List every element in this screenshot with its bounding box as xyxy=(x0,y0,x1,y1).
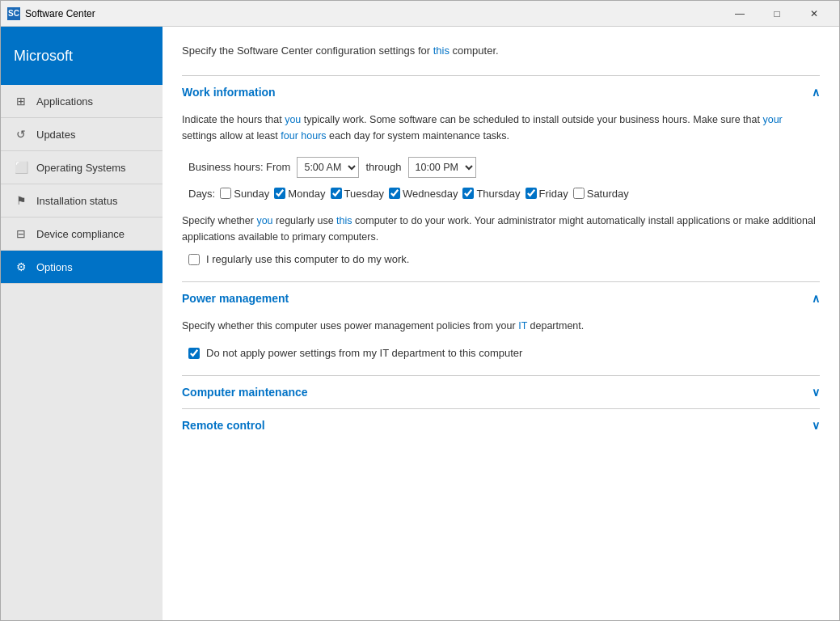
window-title: Software Center xyxy=(25,8,721,19)
day-monday-label: Monday xyxy=(288,188,325,200)
os-icon: ⬜ xyxy=(14,161,28,174)
day-saturday-label: Saturday xyxy=(587,188,629,200)
computer-maintenance-title: Computer maintenance xyxy=(182,386,308,399)
sidebar-item-updates[interactable]: ↺ Updates xyxy=(1,118,163,151)
regular-use-row: I regularly use this computer to do my w… xyxy=(182,253,820,265)
day-sunday-label: Sunday xyxy=(234,188,269,200)
options-icon: ⚙ xyxy=(14,260,28,273)
work-information-header[interactable]: Work information ∧ xyxy=(182,76,820,108)
day-wednesday[interactable]: Wednesday xyxy=(389,188,458,200)
sidebar-item-installation-status[interactable]: ⚑ Installation status xyxy=(1,184,163,218)
updates-icon: ↺ xyxy=(14,128,28,141)
sidebar-item-os-label: Operating Systems xyxy=(36,162,126,174)
day-wednesday-checkbox[interactable] xyxy=(389,188,400,199)
day-friday-checkbox[interactable] xyxy=(526,188,537,199)
day-monday-checkbox[interactable] xyxy=(274,188,285,199)
day-monday[interactable]: Monday xyxy=(274,188,325,200)
work-info-description: Indicate the hours that you typically wo… xyxy=(182,112,820,144)
sidebar-item-operating-systems[interactable]: ⬜ Operating Systems xyxy=(1,151,163,184)
through-label: through xyxy=(365,161,401,173)
day-sunday[interactable]: Sunday xyxy=(220,188,269,200)
regular-use-description: Specify whether you regularly use this c… xyxy=(182,213,820,245)
highlight-this: this xyxy=(433,44,450,57)
minimize-button[interactable]: — xyxy=(721,1,758,27)
no-power-row: Do not apply power settings from my IT d… xyxy=(182,347,820,359)
window-controls: — □ ✕ xyxy=(721,1,833,27)
section-remote-control: Remote control ∨ xyxy=(182,408,820,441)
sidebar-item-applications-label: Applications xyxy=(36,95,93,108)
day-sunday-checkbox[interactable] xyxy=(220,188,231,199)
section-computer-maintenance: Computer maintenance ∨ xyxy=(182,375,820,408)
day-tuesday[interactable]: Tuesday xyxy=(331,188,384,200)
day-thursday-checkbox[interactable] xyxy=(462,188,474,199)
day-saturday-checkbox[interactable] xyxy=(573,188,585,199)
software-center-window: SC Software Center — □ ✕ Microsoft ⊞ App… xyxy=(0,0,840,621)
business-hours-row: Business hours: From 5:00 AM 6:00 AM 7:0… xyxy=(182,157,820,178)
main-layout: Microsoft ⊞ Applications ↺ Updates ⬜ Ope… xyxy=(1,27,839,620)
work-information-chevron: ∧ xyxy=(812,86,820,99)
regular-use-label: I regularly use this computer to do my w… xyxy=(206,253,409,265)
install-icon: ⚑ xyxy=(14,194,28,207)
day-tuesday-checkbox[interactable] xyxy=(331,188,342,199)
computer-maintenance-chevron: ∨ xyxy=(812,386,820,399)
sidebar-item-options-label: Options xyxy=(36,261,73,273)
power-management-chevron: ∧ xyxy=(812,292,820,305)
sidebar-item-options[interactable]: ⚙ Options xyxy=(1,251,163,284)
remote-control-header[interactable]: Remote control ∨ xyxy=(182,409,820,441)
day-friday-label: Friday xyxy=(539,188,568,200)
sidebar-item-compliance-label: Device compliance xyxy=(36,228,125,240)
close-button[interactable]: ✕ xyxy=(796,1,833,27)
sidebar-item-updates-label: Updates xyxy=(36,129,75,141)
power-management-title: Power management xyxy=(182,292,289,305)
from-time-select[interactable]: 5:00 AM 6:00 AM 7:00 AM 8:00 AM xyxy=(297,157,359,178)
work-information-title: Work information xyxy=(182,86,276,99)
section-work-information: Work information ∧ Indicate the hours th… xyxy=(182,75,820,281)
content-area: Specify the Software Center configuratio… xyxy=(163,27,839,620)
sidebar-item-applications[interactable]: ⊞ Applications xyxy=(1,85,163,118)
power-management-description: Specify whether this computer uses power… xyxy=(182,318,820,334)
remote-control-chevron: ∨ xyxy=(812,419,820,432)
days-row: Days: Sunday Monday Tuesday xyxy=(182,188,820,200)
maximize-button[interactable]: □ xyxy=(758,1,796,27)
day-tuesday-label: Tuesday xyxy=(344,188,384,200)
regular-use-checkbox[interactable] xyxy=(188,254,200,265)
remote-control-title: Remote control xyxy=(182,419,265,432)
no-power-label: Do not apply power settings from my IT d… xyxy=(206,347,522,359)
no-power-checkbox[interactable] xyxy=(188,348,200,359)
business-hours-label: Business hours: From xyxy=(188,161,290,173)
day-wednesday-label: Wednesday xyxy=(403,188,458,200)
to-time-select[interactable]: 10:00 PM 11:00 PM 9:00 PM xyxy=(408,157,476,178)
sidebar-item-device-compliance[interactable]: ⊟ Device compliance xyxy=(1,218,163,251)
work-information-content: Indicate the hours that you typically wo… xyxy=(182,108,820,281)
computer-maintenance-header[interactable]: Computer maintenance ∨ xyxy=(182,376,820,408)
sidebar-header: Microsoft xyxy=(1,27,163,85)
sidebar: Microsoft ⊞ Applications ↺ Updates ⬜ Ope… xyxy=(1,27,163,620)
day-thursday-label: Thursday xyxy=(476,188,520,200)
days-label: Days: xyxy=(188,188,215,200)
compliance-icon: ⊟ xyxy=(14,227,28,240)
power-management-header[interactable]: Power management ∧ xyxy=(182,282,820,315)
day-friday[interactable]: Friday xyxy=(526,188,568,200)
section-power-management: Power management ∧ Specify whether this … xyxy=(182,281,820,375)
day-thursday[interactable]: Thursday xyxy=(462,188,520,200)
page-description: Specify the Software Center configuratio… xyxy=(182,43,820,59)
power-management-content: Specify whether this computer uses power… xyxy=(182,315,820,375)
app-icon: SC xyxy=(7,7,20,20)
applications-icon: ⊞ xyxy=(14,95,28,108)
sidebar-item-install-label: Installation status xyxy=(36,195,117,207)
day-saturday[interactable]: Saturday xyxy=(573,188,629,200)
title-bar: SC Software Center — □ ✕ xyxy=(1,1,839,27)
